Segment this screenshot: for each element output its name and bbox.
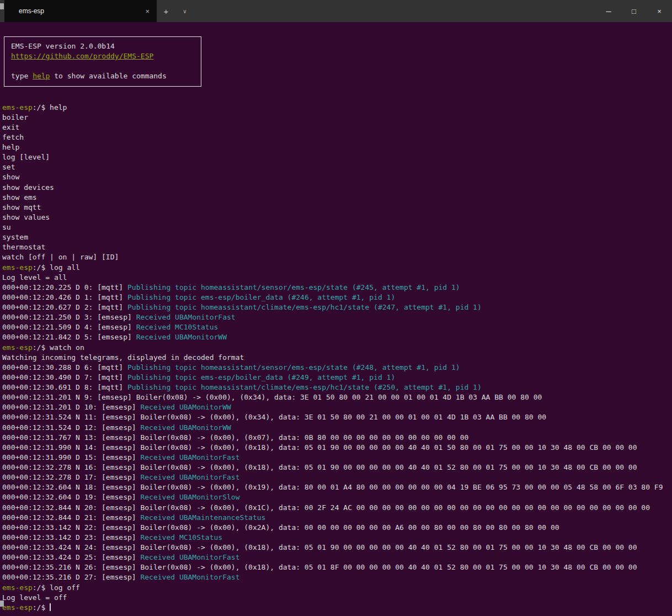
- terminal-text: 000+00:12:21.509 D 4: [emsesp]: [2, 323, 136, 331]
- terminal-line: show devices: [2, 183, 672, 193]
- terminal-line: exit: [2, 123, 672, 132]
- terminal-cursor: [50, 603, 51, 611]
- banner-box: EMS-ESP version 2.0.0b14 https://github.…: [4, 36, 201, 87]
- terminal-line: Log level = all: [2, 273, 672, 283]
- terminal-window: ems-esp × + ∨ ─ □ × EMS-ESP version 2.0.…: [0, 0, 672, 616]
- terminal-text: show values: [2, 213, 50, 221]
- terminal-line: help: [2, 142, 672, 152]
- terminal-text: Received UBAMonitorWW: [140, 423, 231, 432]
- terminal-text: Log level = all: [2, 273, 67, 282]
- terminal-line: system: [2, 232, 672, 242]
- terminal-line: ems-esp:/$ log off: [2, 583, 672, 593]
- banner-tip: type help to show available commands: [11, 71, 201, 81]
- terminal-text: 000+00:12:30.490 D 7: [mqtt]: [2, 373, 127, 381]
- new-tab-button[interactable]: +: [157, 0, 175, 22]
- tab-dropdown-button[interactable]: ∨: [175, 0, 194, 22]
- terminal-line: 000+00:12:33.424 N 24: [emsesp] Boiler(0…: [2, 543, 672, 553]
- terminal-text: system: [2, 233, 28, 241]
- terminal-text: :/$: [33, 603, 50, 612]
- left-edge-artifact-top: [0, 3, 4, 9]
- help-command-link[interactable]: help: [33, 72, 50, 80]
- terminal-text: show ems: [2, 193, 37, 201]
- terminal-line: su: [2, 222, 672, 232]
- terminal-text: 000+00:12:31.767 N 13: [emsesp] Boiler(0…: [2, 433, 468, 442]
- terminal-text: ems-esp: [2, 583, 33, 592]
- terminal-text: ems-esp: [2, 603, 33, 612]
- terminal-text: Received MC10Status: [140, 533, 222, 541]
- terminal-line: 000+00:12:30.288 D 6: [mqtt] Publishing …: [2, 363, 672, 373]
- terminal-text: ems-esp: [2, 343, 33, 352]
- terminal-line: 000+00:12:32.278 N 16: [emsesp] Boiler(0…: [2, 463, 672, 472]
- terminal-line: 000+00:12:31.524 D 12: [emsesp] Received…: [2, 423, 672, 433]
- terminal-line: 000+00:12:31.201 N 9: [emsesp] Boiler(0x…: [2, 392, 672, 402]
- terminal-text: show devices: [2, 183, 54, 192]
- terminal-line: fetch: [2, 132, 672, 142]
- terminal-text: Received UBAMonitorFast: [140, 573, 239, 581]
- terminal-line: ems-esp:/$: [2, 603, 672, 613]
- terminal-text: 000+00:12:20.225 D 0: [mqtt]: [2, 283, 127, 291]
- terminal-text: show mqtt: [2, 203, 41, 211]
- terminal-text: Publishing topic homeassistant/sensor/em…: [127, 283, 460, 291]
- terminal-text: 000+00:12:30.691 D 8: [mqtt]: [2, 383, 127, 391]
- tab-close-icon[interactable]: ×: [142, 7, 152, 15]
- terminal-text: 000+00:12:33.142 D 23: [emsesp]: [2, 533, 140, 541]
- terminal-line: 000+00:12:31.990 N 14: [emsesp] Boiler(0…: [2, 443, 672, 453]
- terminal-line: 000+00:12:31.524 N 11: [emsesp] Boiler(0…: [2, 412, 672, 422]
- terminal-text: exit: [2, 123, 19, 131]
- banner-blank-line: [11, 61, 201, 71]
- terminal-text: Publishing topic homeassistant/climate/e…: [127, 303, 482, 311]
- terminal-text: 000+00:12:32.604 D 19: [emsesp]: [2, 493, 140, 501]
- terminal-text: Publishing topic homeassistant/climate/e…: [127, 383, 482, 391]
- terminal-line: log [level]: [2, 152, 672, 162]
- github-link[interactable]: https://github.com/proddy/EMS-ESP: [11, 52, 153, 60]
- terminal-text: :/$ log all: [33, 263, 80, 272]
- terminal-line: 000+00:12:21.842 D 5: [emsesp] Received …: [2, 332, 672, 342]
- left-edge-artifact-bottom: [0, 601, 4, 607]
- terminal-text: Publishing topic homeassistant/sensor/em…: [127, 363, 460, 371]
- terminal-line: 000+00:12:20.225 D 0: [mqtt] Publishing …: [2, 283, 672, 293]
- close-button[interactable]: ×: [647, 0, 672, 22]
- minimize-button[interactable]: ─: [596, 0, 621, 22]
- terminal-text: Received UBAMonitorFast: [136, 313, 236, 321]
- terminal-text: 000+00:12:30.288 D 6: [mqtt]: [2, 363, 127, 371]
- terminal-line: 000+00:12:31.201 D 10: [emsesp] Received…: [2, 402, 672, 412]
- terminal-text: 000+00:12:20.627 D 2: [mqtt]: [2, 303, 127, 311]
- terminal-line: 000+00:12:20.627 D 2: [mqtt] Publishing …: [2, 302, 672, 312]
- terminal-line: thermostat: [2, 242, 672, 252]
- maximize-button[interactable]: □: [621, 0, 647, 22]
- terminal-text: Received UBAMonitorWW: [136, 333, 227, 341]
- tab-ems-esp[interactable]: ems-esp ×: [4, 0, 157, 22]
- terminal-line: ems-esp:/$ help: [2, 103, 672, 113]
- terminal-text: 000+00:12:32.278 N 16: [emsesp] Boiler(0…: [2, 463, 637, 471]
- terminal-text: 000+00:12:32.278 D 17: [emsesp]: [2, 473, 140, 481]
- terminal-text: 000+00:12:32.844 N 20: [emsesp] Boiler(0…: [2, 503, 650, 512]
- terminal-text: Watching incoming telegrams, displayed i…: [2, 353, 244, 362]
- terminal-text: Received UBAMonitorFast: [140, 453, 239, 461]
- terminal-text: ems-esp: [2, 263, 33, 272]
- terminal-text: 000+00:12:32.604 N 18: [emsesp] Boiler(0…: [2, 483, 663, 491]
- terminal-text: log [level]: [2, 153, 50, 161]
- titlebar-drag-area[interactable]: [194, 0, 596, 22]
- terminal-text: su: [2, 223, 11, 231]
- terminal-text: 000+00:12:31.990 D 15: [emsesp]: [2, 453, 140, 461]
- terminal-text: boiler: [2, 113, 28, 121]
- terminal-text: 000+00:12:32.844 D 21: [emsesp]: [2, 513, 140, 522]
- terminal-text: 000+00:12:31.990 N 14: [emsesp] Boiler(0…: [2, 443, 637, 452]
- terminal-text: 000+00:12:21.250 D 3: [emsesp]: [2, 313, 136, 321]
- terminal-line: Watching incoming telegrams, displayed i…: [2, 353, 672, 363]
- terminal-line: Log level = off: [2, 593, 672, 603]
- titlebar[interactable]: ems-esp × + ∨ ─ □ ×: [0, 0, 672, 22]
- terminal-line: 000+00:12:32.278 D 17: [emsesp] Received…: [2, 472, 672, 482]
- terminal-line: set: [2, 162, 672, 172]
- terminal-text: Publishing topic ems-esp/boiler_data (#2…: [127, 293, 395, 301]
- terminal-line: ems-esp:/$ watch on: [2, 343, 672, 353]
- terminal-text: Received UBAMonitorSlow: [140, 493, 239, 501]
- terminal-line: 000+00:12:21.250 D 3: [emsesp] Received …: [2, 312, 672, 322]
- terminal-line: watch [off | on | raw] [ID]: [2, 252, 672, 262]
- terminal-text: set: [2, 163, 15, 171]
- terminal-text: Received UBAMonitorFast: [140, 473, 239, 481]
- terminal-lines: ems-esp:/$ helpboilerexitfetchhelplog [l…: [2, 103, 672, 613]
- terminal-content[interactable]: EMS-ESP version 2.0.0b14 https://github.…: [0, 22, 672, 613]
- terminal-text: 000+00:12:21.842 D 5: [emsesp]: [2, 333, 136, 341]
- terminal-text: :/$ help: [33, 103, 67, 111]
